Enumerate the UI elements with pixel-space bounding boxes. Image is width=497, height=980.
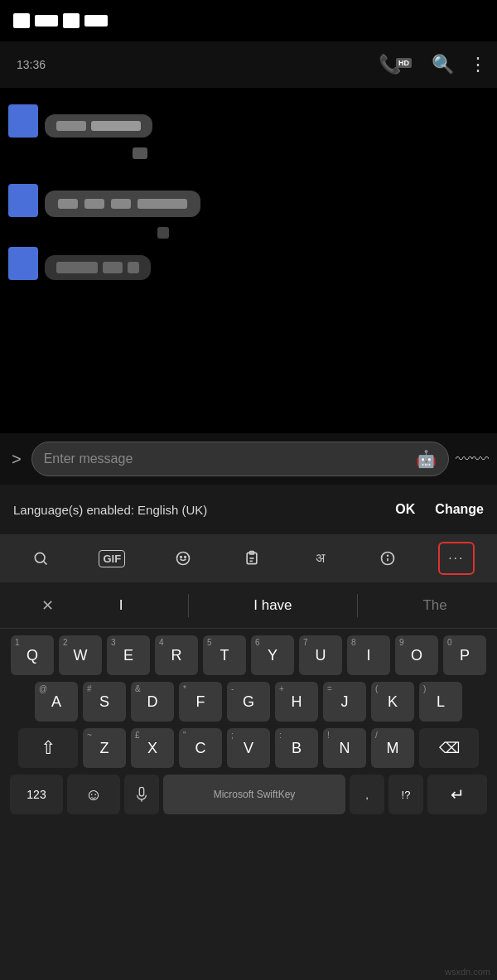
phone-icon[interactable]: 📞HD <box>379 54 417 75</box>
blur-block <box>157 227 169 239</box>
key-z[interactable]: ~Z <box>83 728 126 768</box>
suggestion-item-3[interactable]: The <box>414 594 455 617</box>
punctuation-alt-key[interactable]: !? <box>388 775 423 814</box>
suggestion-item-2[interactable]: I have <box>245 594 300 617</box>
key-d[interactable]: &D <box>131 682 174 722</box>
time-display: 13:36 <box>17 58 46 71</box>
avatar <box>8 184 38 217</box>
status-block-2 <box>35 15 58 27</box>
key-a[interactable]: @A <box>35 682 78 722</box>
key-i[interactable]: 8I <box>347 635 390 675</box>
change-button[interactable]: Change <box>435 502 484 517</box>
emoji-picker-button[interactable]: 🤖 <box>416 449 437 469</box>
mic-key[interactable] <box>124 775 159 814</box>
clipboard-tool-button[interactable] <box>234 542 270 575</box>
search-icon[interactable]: 🔍 <box>432 54 454 75</box>
svg-line-1 <box>44 562 47 565</box>
key-l[interactable]: )L <box>419 682 462 722</box>
svg-point-0 <box>35 553 45 562</box>
key-t[interactable]: 5T <box>203 635 246 675</box>
key-v[interactable]: ;V <box>227 728 270 768</box>
more-options-icon[interactable]: ⋮ <box>469 54 487 75</box>
key-o[interactable]: 9O <box>395 635 438 675</box>
blur-text <box>128 262 139 273</box>
enter-key[interactable]: ↵ <box>427 775 487 814</box>
message-input[interactable]: Enter message 🤖 <box>31 442 449 476</box>
status-icons <box>13 13 108 28</box>
dismiss-suggestion-button[interactable]: ✕ <box>41 596 54 615</box>
gif-tool-button[interactable]: GIF <box>90 542 133 575</box>
space-key[interactable]: Microsoft SwiftKey <box>163 775 345 814</box>
key-j[interactable]: =J <box>323 682 366 722</box>
svg-rect-12 <box>139 787 143 796</box>
key-w[interactable]: 2W <box>59 635 102 675</box>
chat-area <box>0 88 497 487</box>
expand-button[interactable]: > <box>8 447 25 472</box>
numbers-key[interactable]: 123 <box>10 775 63 814</box>
key-q[interactable]: 1Q <box>11 635 54 675</box>
blur-row <box>133 147 489 159</box>
message-bubble <box>45 255 151 280</box>
key-m[interactable]: /M <box>371 728 414 768</box>
hd-badge: HD <box>396 58 412 68</box>
blur-text <box>84 199 104 209</box>
suggestion-item-1[interactable]: I <box>111 594 132 617</box>
blur-text <box>111 199 131 209</box>
key-k[interactable]: (K <box>371 682 414 722</box>
info-tool-button[interactable] <box>369 542 406 575</box>
svg-point-2 <box>177 553 190 565</box>
blur-text <box>138 199 187 209</box>
blur-row <box>157 227 489 239</box>
punctuation-key[interactable]: , <box>350 775 384 814</box>
language-tool-button[interactable]: अ <box>302 542 338 575</box>
voice-button[interactable]: 〰〰 <box>456 450 489 469</box>
suggestions-row: ✕ I I have The <box>0 582 497 629</box>
status-block-1 <box>13 13 30 28</box>
shift-key[interactable]: ⇧ <box>18 728 78 768</box>
blur-text <box>91 121 141 131</box>
key-c[interactable]: "C <box>179 728 222 768</box>
key-h[interactable]: +H <box>275 682 318 722</box>
key-f[interactable]: *F <box>179 682 222 722</box>
avatar <box>8 104 38 138</box>
keyboard-row-2: @A #S &D *F -G +H =J (K )L <box>0 678 497 725</box>
message-bubble <box>45 191 200 217</box>
key-p[interactable]: 0P <box>443 635 486 675</box>
svg-point-3 <box>181 557 182 558</box>
key-x[interactable]: £X <box>131 728 174 768</box>
keyboard-row-1: 1Q 2W 3E 4R 5T 6Y 7U 8I 9O 0P <box>0 629 497 678</box>
key-g[interactable]: -G <box>227 682 270 722</box>
top-bar: 13:36 📞HD 🔍 ⋮ <box>0 41 497 88</box>
status-bar <box>0 0 497 41</box>
sticker-tool-button[interactable] <box>165 542 201 575</box>
message-bubble <box>45 114 152 138</box>
key-r[interactable]: 4R <box>155 635 198 675</box>
keyboard-toolbar: GIF अ ··· <box>0 534 497 582</box>
key-b[interactable]: :B <box>275 728 318 768</box>
key-e[interactable]: 3E <box>107 635 150 675</box>
keyboard-row-3: ⇧ ~Z £X "C ;V :B !N /M ⌫ <box>0 725 497 771</box>
more-tool-button[interactable]: ··· <box>438 542 475 575</box>
key-s[interactable]: #S <box>83 682 126 722</box>
blur-text <box>58 199 78 209</box>
message-row <box>8 184 489 217</box>
ok-button[interactable]: OK <box>395 502 415 517</box>
emoji-key[interactable]: ☺ <box>67 775 120 814</box>
avatar <box>8 247 38 280</box>
message-row <box>8 104 489 138</box>
status-block-4 <box>84 15 108 27</box>
search-tool-button[interactable] <box>22 542 59 575</box>
key-y[interactable]: 6Y <box>251 635 294 675</box>
blur-text <box>56 121 86 131</box>
blur-block <box>133 147 147 159</box>
language-text: Language(s) enabled: English (UK) <box>13 503 395 517</box>
input-bar: > Enter message 🤖 〰〰 <box>0 433 497 485</box>
svg-point-4 <box>185 557 186 558</box>
key-u[interactable]: 7U <box>299 635 342 675</box>
blur-text <box>56 262 98 273</box>
keyboard: 1Q 2W 3E 4R 5T 6Y 7U 8I 9O 0P @A #S &D *… <box>0 629 497 980</box>
keyboard-row-4: 123 ☺ Microsoft SwiftKey , !? ↵ <box>0 771 497 818</box>
backspace-key[interactable]: ⌫ <box>419 728 479 768</box>
language-bar: Language(s) enabled: English (UK) OK Cha… <box>0 485 497 534</box>
key-n[interactable]: !N <box>323 728 366 768</box>
